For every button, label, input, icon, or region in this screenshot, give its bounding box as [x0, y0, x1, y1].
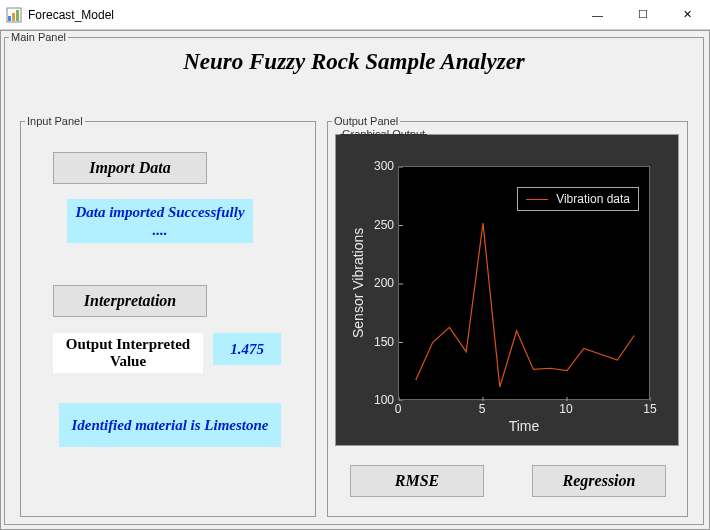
app-content: Main Panel Neuro Fuzzy Rock Sample Analy…	[0, 30, 710, 530]
chart-xlabel: Time	[398, 418, 650, 438]
legend-swatch	[526, 199, 548, 200]
svg-rect-3	[16, 10, 19, 21]
import-data-label: Import Data	[89, 159, 170, 177]
rmse-button[interactable]: RMSE	[350, 465, 484, 497]
chart-xtick: 15	[638, 402, 662, 416]
input-panel-legend: Input Panel	[25, 115, 85, 127]
chart-plot-area: Vibration data	[398, 166, 650, 400]
app-title: Neuro Fuzzy Rock Sample Analyzer	[5, 49, 703, 75]
app-icon	[6, 7, 22, 23]
chart-ylabel: Sensor Vibrations	[348, 166, 368, 400]
window-titlebar: Forecast_Model — ☐ ✕	[0, 0, 710, 30]
graphical-output-legend: Graphical Output	[340, 128, 427, 140]
window-maximize-button[interactable]: ☐	[620, 0, 665, 30]
main-panel-legend: Main Panel	[9, 31, 68, 43]
chart: Sensor Vibrations Time Vibration data 10…	[350, 152, 664, 448]
chart-ytick: 300	[366, 159, 394, 173]
interpretation-button[interactable]: Interpretation	[53, 285, 207, 317]
output-interpreted-value: 1.475	[213, 333, 281, 365]
window-minimize-button[interactable]: —	[575, 0, 620, 30]
material-identification-text: Identified material is Limestone	[59, 403, 281, 447]
chart-xtick: 5	[470, 402, 494, 416]
import-status-text: Data imported Successfully ....	[67, 199, 253, 243]
chart-xtick: 10	[554, 402, 578, 416]
window-close-button[interactable]: ✕	[665, 0, 710, 30]
output-interpreted-value-label: Output Interpreted Value	[53, 333, 203, 373]
output-panel-legend: Output Panel	[332, 115, 400, 127]
regression-button[interactable]: Regression	[532, 465, 666, 497]
input-panel: Input Panel Import Data Data imported Su…	[20, 115, 316, 517]
chart-legend: Vibration data	[517, 187, 639, 211]
legend-series-label: Vibration data	[556, 192, 630, 206]
svg-rect-1	[8, 16, 11, 21]
chart-ytick: 150	[366, 335, 394, 349]
chart-xtick: 0	[386, 402, 410, 416]
chart-ytick: 250	[366, 218, 394, 232]
main-panel: Main Panel Neuro Fuzzy Rock Sample Analy…	[4, 31, 704, 525]
graphical-output-panel: Graphical Output Sensor Vibrations Time …	[335, 128, 679, 446]
chart-series-line	[416, 223, 634, 387]
import-data-button[interactable]: Import Data	[53, 152, 207, 184]
svg-rect-2	[12, 13, 15, 21]
rmse-label: RMSE	[395, 472, 439, 490]
window-title: Forecast_Model	[28, 8, 114, 22]
regression-label: Regression	[563, 472, 636, 490]
output-panel: Output Panel Graphical Output Sensor Vib…	[327, 115, 688, 517]
interpretation-label: Interpretation	[84, 292, 176, 310]
chart-ytick: 200	[366, 276, 394, 290]
